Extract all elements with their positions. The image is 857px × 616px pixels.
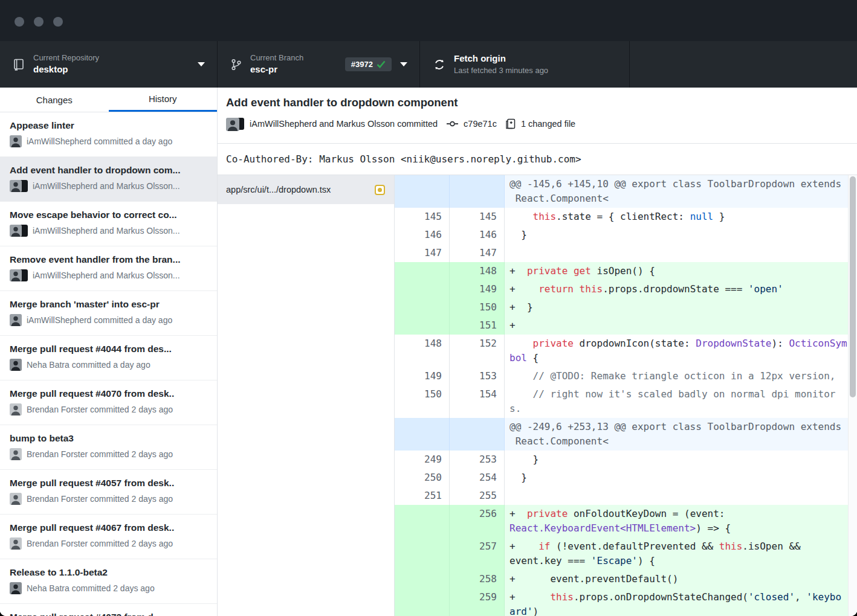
fetch-origin-button[interactable]: Fetch origin Last fetched 3 minutes ago xyxy=(420,41,630,88)
commit-item-title: Merge pull request #4073 from d... xyxy=(10,612,207,616)
diff-scrollbar-track[interactable] xyxy=(848,175,857,616)
diff-line: 150+ } xyxy=(395,298,857,316)
commit-list-item[interactable]: Remove event handler from the bran... iA… xyxy=(0,246,217,291)
commit-list-item[interactable]: Merge pull request #4057 from desk.. Bre… xyxy=(0,470,217,515)
diff-line-content: + if (!event.defaultPrevented && this.is… xyxy=(505,537,857,570)
pr-status-badge[interactable]: #3972 xyxy=(345,57,392,71)
commit-item-byline: Brendan Forster committed 2 days ago xyxy=(10,448,207,460)
commit-item-byline: Neha Batra committed 2 days ago xyxy=(10,582,207,594)
new-line-number: 152 xyxy=(450,335,505,367)
file-row[interactable]: app/src/ui/t.../dropdown.tsx xyxy=(218,175,394,204)
tab-changes[interactable]: Changes xyxy=(0,88,109,112)
commit-list-item[interactable]: Appease linter iAmWillShepherd committed… xyxy=(0,112,217,157)
diff-hunk-header: @@ -249,6 +253,13 @@ export class Toolba… xyxy=(395,418,857,451)
diff-line-content: this.state = { clientRect: null } xyxy=(505,208,857,226)
changed-files-panel: app/src/ui/t.../dropdown.tsx xyxy=(218,175,395,616)
diff-line-content: + private onFoldoutKeyDown = (event:Reac… xyxy=(505,505,857,537)
old-line-number: 251 xyxy=(395,487,450,505)
old-line-number: 150 xyxy=(395,385,450,418)
commit-item-byline: Brendan Forster committed 2 days ago xyxy=(10,403,207,415)
commit-item-title: Release to 1.1.0-beta2 xyxy=(10,567,207,578)
titlebar xyxy=(0,0,857,41)
diff-zone: app/src/ui/t.../dropdown.tsx @@ -145,6 +… xyxy=(218,175,857,616)
diff-line-content: } xyxy=(505,451,857,469)
traffic-lights xyxy=(15,17,63,27)
commit-detail: Add event handler to dropdown component … xyxy=(218,88,857,616)
new-line-number xyxy=(450,418,505,451)
old-line-number xyxy=(395,588,450,616)
old-line-number xyxy=(395,262,450,280)
repo-label: Current Repository xyxy=(33,53,99,63)
old-line-number xyxy=(395,570,450,588)
commit-item-byline: Neha Batra committed a day ago xyxy=(10,359,207,371)
avatar xyxy=(226,118,239,131)
avatar xyxy=(10,225,22,237)
old-line-number xyxy=(395,175,450,208)
new-line-number: 254 xyxy=(450,469,505,487)
diff-line: 147147 xyxy=(395,244,857,262)
commit-list-item[interactable]: Add event handler to dropdown com... iAm… xyxy=(0,157,217,202)
commit-item-byline: iAmWillShepherd and Markus Olsson... xyxy=(10,225,207,237)
diff-line: 258+ event.preventDefault() xyxy=(395,570,857,588)
git-branch-icon xyxy=(231,59,242,71)
commit-list: Appease linter iAmWillShepherd committed… xyxy=(0,112,217,616)
diff-line: 249253 } xyxy=(395,451,857,469)
old-line-number xyxy=(395,316,450,335)
branch-name: esc-pr xyxy=(250,64,303,75)
close-window-button[interactable] xyxy=(15,17,24,27)
diff-line-content: + return this.props.dropdownState === 'o… xyxy=(505,280,857,298)
commit-list-item[interactable]: Merge pull request #4073 from d... xyxy=(0,604,217,616)
new-line-number: 154 xyxy=(450,385,505,418)
diff-scrollbar-thumb[interactable] xyxy=(850,176,856,397)
commit-list-item[interactable]: Release to 1.1.0-beta2 Neha Batra commit… xyxy=(0,559,217,604)
commit-item-title: bump to beta3 xyxy=(10,433,207,444)
diff-line: 151+ xyxy=(395,316,857,335)
changed-file-icon xyxy=(506,118,516,129)
old-line-number: 249 xyxy=(395,451,450,469)
commit-list-item[interactable]: Merge pull request #4070 from desk.. Bre… xyxy=(0,380,217,425)
commit-list-item[interactable]: Merge branch 'master' into esc-pr iAmWil… xyxy=(0,291,217,336)
new-line-number: 255 xyxy=(450,487,505,505)
toolbar: Current Repository desktop Current Branc… xyxy=(0,41,857,88)
tab-history[interactable]: History xyxy=(109,88,218,112)
commit-list-item[interactable]: Merge pull request #4044 from des... Neh… xyxy=(0,336,217,380)
branch-label: Current Branch xyxy=(250,53,303,63)
commit-list-item[interactable]: Move escape behavior to correct co... iA… xyxy=(0,202,217,246)
commit-icon xyxy=(447,119,458,129)
old-line-number xyxy=(395,505,450,537)
old-line-number: 145 xyxy=(395,208,450,226)
new-line-number: 256 xyxy=(450,505,505,537)
dual-avatar xyxy=(10,180,28,192)
diff-line: 149153 // @TODO: Remake triangle octicon… xyxy=(395,367,857,385)
repo-name: desktop xyxy=(33,64,99,75)
diff-line-content: private dropdownIcon(state: DropdownStat… xyxy=(505,335,857,367)
diff-line-content: } xyxy=(505,226,857,244)
new-line-number: 259 xyxy=(450,588,505,616)
commit-item-title: Merge pull request #4070 from desk.. xyxy=(10,388,207,399)
maximize-window-button[interactable] xyxy=(53,17,63,27)
commit-item-title: Appease linter xyxy=(10,120,207,131)
diff-line: 259+ this.props.onDropdownStateChanged('… xyxy=(395,588,857,616)
content-area: Changes History Appease linter iAmWillSh… xyxy=(0,88,857,616)
minimize-window-button[interactable] xyxy=(34,17,44,27)
commit-item-title: Merge pull request #4057 from desk.. xyxy=(10,478,207,489)
branch-selector[interactable]: Current Branch esc-pr #3972 xyxy=(218,41,420,88)
chevron-down-icon xyxy=(400,62,407,66)
commit-list-item[interactable]: bump to beta3 Brendan Forster committed … xyxy=(0,425,217,470)
new-line-number: 150 xyxy=(450,298,505,316)
changed-files-count: 1 changed file xyxy=(521,119,575,129)
diff-line-content xyxy=(505,244,857,262)
old-line-number xyxy=(395,418,450,451)
commit-item-byline: Brendan Forster committed 2 days ago xyxy=(10,493,207,505)
diff-line-content: + } xyxy=(505,298,857,316)
sidebar-tabbar: Changes History xyxy=(0,88,217,112)
commit-item-title: Add event handler to dropdown com... xyxy=(10,165,207,176)
commit-list-item[interactable]: Merge pull request #4067 from desk.. Bre… xyxy=(0,515,217,559)
repository-selector[interactable]: Current Repository desktop xyxy=(0,41,218,88)
commit-title: Add event handler to dropdown component xyxy=(226,96,857,109)
new-line-number: 258 xyxy=(450,570,505,588)
commit-item-byline: iAmWillShepherd committed a day ago xyxy=(10,135,207,147)
diff-rows: @@ -145,6 +145,10 @@ export class Toolba… xyxy=(395,175,857,616)
chevron-down-icon xyxy=(198,62,205,66)
avatar xyxy=(10,493,22,505)
